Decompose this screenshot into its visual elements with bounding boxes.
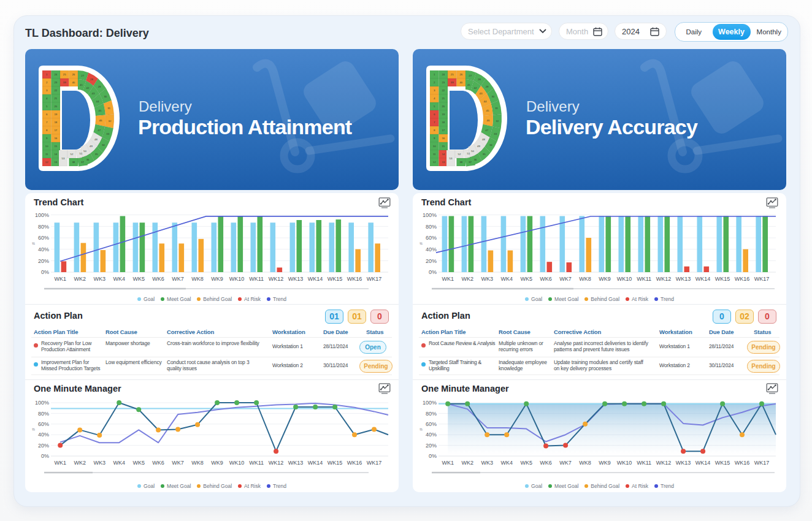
svg-text:36: 36 — [474, 158, 477, 161]
svg-text:WK5: WK5 — [132, 460, 145, 466]
svg-text:31: 31 — [495, 107, 498, 110]
svg-text:WK2: WK2 — [74, 460, 86, 466]
svg-text:21: 21 — [442, 97, 445, 100]
svg-text:WK4: WK4 — [113, 460, 125, 466]
svg-text:WK9: WK9 — [211, 276, 223, 282]
svg-text:11: 11 — [45, 153, 48, 156]
svg-text:WK9: WK9 — [599, 276, 611, 282]
svg-text:WK7: WK7 — [559, 460, 572, 466]
svg-text:12: 12 — [45, 161, 48, 164]
svg-text:WK9: WK9 — [211, 460, 223, 466]
svg-text:44: 44 — [484, 100, 487, 103]
svg-text:WK8: WK8 — [579, 460, 591, 466]
svg-text:WK10: WK10 — [617, 460, 632, 466]
svg-text:WK16: WK16 — [735, 460, 750, 466]
svg-text:24: 24 — [442, 73, 445, 76]
svg-text:WK4: WK4 — [113, 276, 125, 282]
svg-text:46: 46 — [99, 119, 102, 122]
svg-text:14: 14 — [54, 153, 57, 156]
svg-text:50: 50 — [471, 150, 474, 153]
svg-text:26: 26 — [72, 73, 75, 76]
svg-text:20: 20 — [442, 105, 445, 108]
svg-text:WK6: WK6 — [540, 460, 552, 466]
svg-text:WK6: WK6 — [152, 460, 164, 466]
svg-text:28: 28 — [478, 78, 481, 81]
svg-text:14: 14 — [442, 153, 445, 156]
svg-text:24: 24 — [54, 73, 57, 76]
svg-text:16: 16 — [442, 137, 445, 140]
svg-text:29: 29 — [486, 85, 489, 88]
svg-text:WK15: WK15 — [715, 460, 730, 466]
svg-text:WK2: WK2 — [74, 276, 86, 282]
svg-text:WK6: WK6 — [152, 276, 164, 282]
svg-text:WK11: WK11 — [249, 276, 264, 282]
svg-text:WK1: WK1 — [442, 460, 454, 466]
svg-text:40%: 40% — [38, 246, 49, 253]
svg-text:27: 27 — [81, 74, 84, 77]
svg-text:19: 19 — [54, 113, 57, 116]
svg-text:100%: 100% — [423, 400, 437, 406]
svg-text:22: 22 — [54, 89, 57, 92]
svg-text:51: 51 — [467, 152, 470, 155]
svg-text:WK5: WK5 — [520, 460, 532, 466]
svg-text:WK7: WK7 — [559, 276, 572, 282]
svg-text:WK14: WK14 — [695, 276, 711, 282]
svg-text:100%: 100% — [35, 212, 49, 218]
svg-text:27: 27 — [469, 74, 472, 77]
svg-text:80%: 80% — [38, 411, 49, 417]
svg-text:WK5: WK5 — [132, 276, 145, 282]
svg-text:37: 37 — [81, 161, 84, 164]
svg-text:13: 13 — [442, 161, 445, 164]
svg-text:36: 36 — [86, 158, 90, 161]
svg-text:0%: 0% — [429, 269, 437, 275]
svg-text:WK9: WK9 — [599, 460, 611, 466]
svg-text:35: 35 — [95, 153, 98, 156]
svg-text:WK14: WK14 — [308, 276, 323, 282]
svg-text:#: # — [418, 242, 424, 245]
svg-text:80%: 80% — [426, 411, 437, 417]
svg-text:34: 34 — [102, 143, 105, 146]
svg-text:25: 25 — [451, 73, 454, 76]
svg-text:30: 30 — [104, 95, 107, 98]
svg-text:WK3: WK3 — [93, 276, 105, 282]
svg-text:80%: 80% — [426, 224, 437, 230]
svg-text:32: 32 — [109, 120, 112, 123]
svg-text:WK2: WK2 — [461, 460, 473, 466]
svg-text:53: 53 — [450, 157, 453, 160]
svg-text:WK1: WK1 — [442, 276, 454, 282]
svg-text:WK1: WK1 — [54, 460, 66, 466]
svg-text:46: 46 — [487, 119, 490, 122]
svg-text:#: # — [31, 428, 36, 431]
svg-text:42: 42 — [86, 86, 90, 89]
svg-text:20: 20 — [54, 105, 57, 108]
svg-text:WK3: WK3 — [93, 460, 105, 466]
svg-text:#: # — [418, 428, 424, 431]
svg-text:40%: 40% — [426, 432, 437, 438]
svg-text:60%: 60% — [426, 421, 437, 427]
svg-text:40%: 40% — [426, 246, 437, 253]
svg-text:31: 31 — [107, 107, 110, 110]
svg-text:60%: 60% — [426, 235, 437, 241]
svg-text:18: 18 — [54, 121, 57, 124]
svg-text:WK17: WK17 — [754, 276, 770, 282]
svg-text:49: 49 — [477, 145, 480, 148]
svg-text:22: 22 — [442, 89, 445, 92]
svg-text:WK7: WK7 — [172, 460, 184, 466]
svg-text:42: 42 — [474, 86, 477, 89]
svg-text:48: 48 — [94, 138, 98, 141]
svg-text:13: 13 — [54, 161, 57, 164]
svg-text:WK15: WK15 — [327, 276, 343, 282]
svg-text:44: 44 — [96, 100, 99, 103]
svg-text:30: 30 — [491, 95, 494, 98]
svg-text:12: 12 — [433, 161, 436, 164]
svg-text:WK8: WK8 — [191, 276, 204, 282]
svg-text:41: 41 — [467, 83, 470, 86]
svg-text:50: 50 — [83, 150, 86, 153]
svg-text:WK15: WK15 — [715, 276, 730, 282]
svg-text:47: 47 — [485, 129, 488, 132]
svg-text:37: 37 — [469, 161, 472, 164]
svg-text:0%: 0% — [41, 269, 49, 275]
svg-text:48: 48 — [482, 138, 485, 141]
svg-text:49: 49 — [90, 145, 93, 148]
svg-text:WK3: WK3 — [481, 276, 493, 282]
